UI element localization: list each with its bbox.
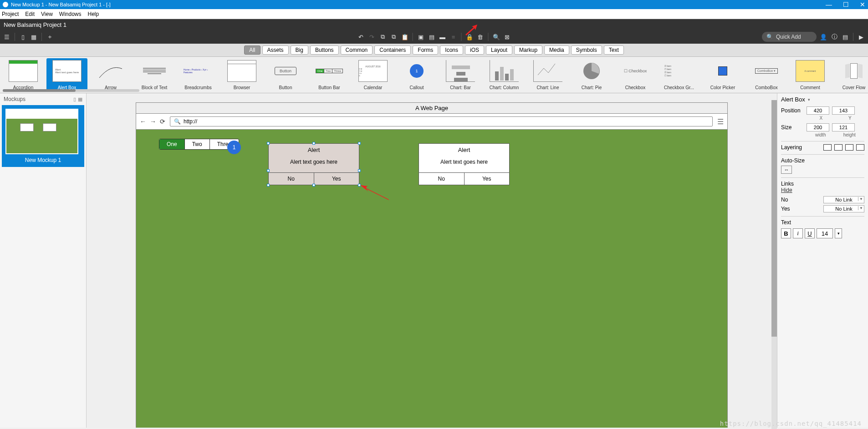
alert-widget-2[interactable]: Alert Alert text goes here No Yes [419,143,510,185]
send-back-icon[interactable] [856,144,864,151]
palette-calendar[interactable]: AUGUST 2016S M T W T F SCalendar [352,58,393,92]
category-text[interactable]: Text [604,45,624,55]
font-size-input[interactable]: 14 [817,228,833,238]
position-y-input[interactable] [832,106,855,115]
autosize-button[interactable]: ↔ [781,166,792,174]
menu-view[interactable]: View [41,11,53,17]
user-icon[interactable]: 👤 [819,33,827,41]
handle-n[interactable] [312,142,315,145]
palette-chart-line[interactable]: Chart: Line [527,58,568,92]
copy-icon[interactable]: ⧉ [379,33,387,41]
grid-view-icon[interactable]: ▦ [30,33,38,41]
alert-no-button[interactable]: No [269,173,314,185]
palette-checkbox[interactable]: ☐ CheckboxCheckbox [615,58,656,92]
add-icon[interactable]: ＋ [46,33,54,41]
palette-block-of-text[interactable]: Block of Text [134,58,175,92]
paste-icon[interactable]: ⧉ [390,33,398,41]
component-palette[interactable]: Accordion AlertAlert text goes hereAlert… [0,57,868,93]
palette-color-picker[interactable]: Color Picker [702,58,743,92]
sidebar-icon[interactable]: ▤ [841,33,849,41]
menu-windows[interactable]: Windows [59,11,82,17]
button-bar-two[interactable]: Two [185,139,210,149]
handle-sw[interactable] [267,184,270,187]
clipboard-icon[interactable]: 📋 [401,33,409,41]
alert-widget-selected[interactable]: Alert Alert text goes here No Yes [268,143,359,185]
palette-comment[interactable]: A commentComment [790,58,831,92]
group-icon[interactable]: ▣ [417,33,425,41]
refresh-icon[interactable]: ⟳ [160,118,165,125]
bring-front-icon[interactable] [823,144,832,151]
palette-arrow[interactable]: Arrow [90,58,131,92]
italic-button[interactable]: i [793,228,803,238]
menu-project[interactable]: Project [2,11,19,17]
palette-alert-box[interactable]: AlertAlert text goes hereAlert Box [46,58,87,92]
handle-nw[interactable] [267,142,270,145]
button-bar-one[interactable]: One [159,139,185,149]
redo-icon[interactable]: ↷ [368,33,376,41]
handle-e[interactable] [358,169,361,172]
category-common[interactable]: Common [341,45,373,55]
palette-button[interactable]: ButtonButton [265,58,306,92]
menu-icon[interactable]: ☰ [3,33,11,41]
category-forms[interactable]: Forms [413,45,438,55]
width-input[interactable] [807,123,829,131]
handle-ne[interactable] [358,142,361,145]
bring-forward-icon[interactable] [834,144,842,151]
category-all[interactable]: All [244,45,260,55]
yes-link-select[interactable]: No Link [823,205,864,212]
alert-no-button[interactable]: No [419,173,465,185]
palette-callout[interactable]: 1Callout [396,58,437,92]
category-assets[interactable]: Assets [262,45,289,55]
category-buttons[interactable]: Buttons [310,45,339,55]
category-media[interactable]: Media [544,45,569,55]
palette-checkbox-group[interactable]: ☑ item☐ item☑ item☐ itemCheckbox Gr... [659,58,700,92]
palette-chart-pie[interactable]: Chart: Pie [571,58,612,92]
handle-s[interactable] [312,184,315,187]
undo-icon[interactable]: ↶ [357,33,365,41]
panel-layout-icon[interactable]: ▯ [73,96,76,102]
alert-yes-button[interactable]: Yes [465,173,510,185]
palette-button-bar[interactable]: OneTwoThreeButton Bar [309,58,350,92]
menu-edit[interactable]: Edit [25,11,35,17]
hamburger-icon[interactable]: ☰ [717,117,724,126]
browser-widget[interactable]: A Web Page ← → ⟳ 🔍 http:// ☰ One Two Thr… [136,102,728,428]
panel-toggle-icon[interactable]: ▯ [19,33,27,41]
close-button[interactable]: ✕ [860,1,865,8]
palette-accordion[interactable]: Accordion [3,58,44,92]
handle-w[interactable] [267,169,270,172]
palette-breadcrumbs[interactable]: Home › Products › Xyz › FeaturesBreadcru… [178,58,219,92]
play-icon[interactable]: ▶ [857,33,865,41]
category-icons[interactable]: Icons [440,45,463,55]
alert-yes-button[interactable]: Yes [314,173,359,185]
menu-help[interactable]: Help [88,11,99,17]
hide-link[interactable]: Hide [781,187,864,193]
canvas[interactable]: A Web Page ← → ⟳ 🔍 http:// ☰ One Two Thr… [87,93,777,428]
chevron-down-icon[interactable]: ▾ [808,97,810,102]
position-x-input[interactable] [807,106,829,115]
palette-cover-flow[interactable]: Cover Flow [833,58,868,92]
back-icon[interactable]: ← [140,118,146,125]
props-header[interactable]: Alert Box ▾ [781,96,864,103]
palette-combobox[interactable]: ComboBox ▾ComboBox [746,58,787,92]
distribute-icon[interactable]: ≡ [449,33,458,41]
category-containers[interactable]: Containers [374,45,411,55]
height-input[interactable] [832,123,855,131]
font-size-dropdown[interactable]: ▾ [835,228,842,238]
zoom-icon[interactable]: 🔍 [492,33,500,41]
minimize-button[interactable]: — [826,1,832,8]
palette-chart-column[interactable]: Chart: Column [484,58,525,92]
underline-button[interactable]: U [805,228,815,238]
ungroup-icon[interactable]: ▤ [428,33,436,41]
forward-icon[interactable]: → [150,118,156,125]
align-icon[interactable]: ▬ [439,33,447,41]
palette-scrollbar[interactable] [3,89,139,92]
quick-add-input[interactable]: 🔍 Quick Add [762,32,817,42]
maximize-button[interactable]: ☐ [843,1,849,8]
panel-grid-icon[interactable]: ▦ [78,96,82,102]
export-icon[interactable]: ⊠ [503,33,511,41]
bold-button[interactable]: B [781,228,791,238]
palette-chart-bar[interactable]: Chart: Bar [440,58,481,92]
canvas-scrollbar[interactable] [771,100,777,429]
callout-widget[interactable]: 1 [227,141,241,154]
info-icon[interactable]: ⓘ [830,33,838,41]
